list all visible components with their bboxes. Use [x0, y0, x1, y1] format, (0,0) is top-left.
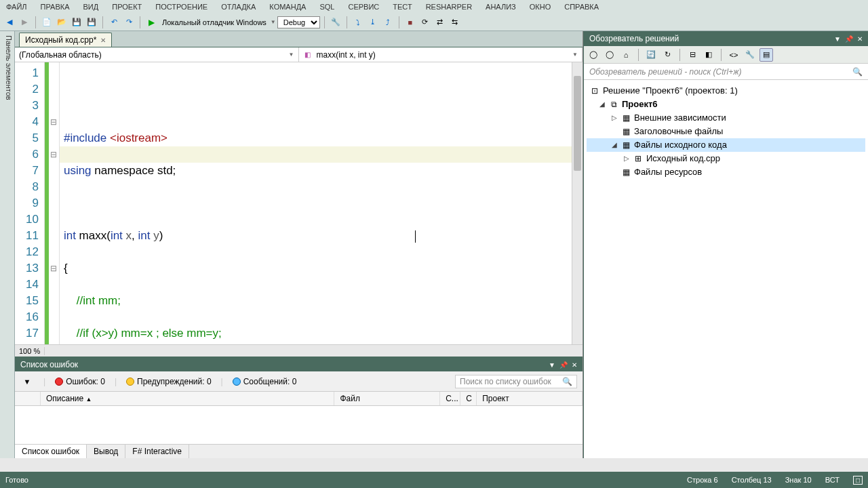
tree-solution-root[interactable]: ⊡ Решение "Проект6" (проектов: 1) — [587, 84, 865, 98]
solution-title: Обозреватель решений — [589, 34, 679, 43]
tree-project[interactable]: ◢ ⧉ Проект6 — [587, 98, 865, 111]
menu-window[interactable]: ОКНО — [528, 2, 553, 12]
code-editor[interactable]: #include <iostream> using namespace std;… — [60, 62, 572, 344]
tree-source-file[interactable]: ▷ ⊞ Исходный код.cpp — [587, 152, 865, 165]
step-over-icon[interactable]: ⤵ — [351, 16, 365, 29]
toolbox-strip[interactable]: Панель элементов — [0, 31, 15, 458]
status-line: Строка 6 — [687, 476, 718, 484]
step-into-icon[interactable]: ⤓ — [366, 16, 380, 29]
menu-file[interactable]: ФАЙЛ — [4, 2, 29, 12]
tree-source-files[interactable]: ◢ ▦ Файлы исходного кода — [587, 138, 865, 152]
tool-icon-1[interactable]: 🔧 — [329, 16, 342, 29]
warnings-filter[interactable]: Предупреждений: 0 — [126, 377, 212, 386]
menu-project[interactable]: ПРОЕКТ — [110, 2, 144, 12]
collapse-icon[interactable]: ⊟ — [686, 48, 699, 62]
code-icon[interactable]: <> — [727, 48, 741, 62]
debugger-label[interactable]: Локальный отладчик Windows — [159, 18, 269, 26]
expand-icon[interactable]: ◢ — [611, 138, 618, 152]
menu-help[interactable]: СПРАВКА — [562, 2, 601, 12]
refresh-icon[interactable]: ↻ — [660, 48, 674, 62]
panel-menu-icon[interactable]: ▼ — [834, 35, 841, 43]
solution-explorer: Обозреватель решений ▼ 📌 ✕ ◯ ◯ ⌂ 🔄 ↻ ⊟ ◧… — [583, 31, 868, 458]
folder-icon: ▦ — [620, 113, 631, 123]
tool-icon-2[interactable]: ⇄ — [433, 16, 447, 29]
error-search[interactable]: Поиск по списку ошибок🔍 — [455, 375, 577, 388]
step-out-icon[interactable]: ⤴ — [381, 16, 395, 29]
status-char: Знак 10 — [785, 476, 812, 484]
messages-filter[interactable]: Сообщений: 0 — [233, 377, 297, 386]
tab-source-file[interactable]: Исходный код.cpp* ✕ — [19, 33, 112, 47]
new-project-icon[interactable]: 📄 — [40, 16, 54, 29]
tree-resource-files[interactable]: ▦ Файлы ресурсов — [587, 165, 865, 179]
col-file[interactable]: Файл — [334, 392, 440, 405]
menu-view[interactable]: ВИД — [81, 2, 101, 12]
scrollbar-thumb[interactable] — [574, 76, 581, 171]
menu-build[interactable]: ПОСТРОЕНИЕ — [153, 2, 210, 12]
panel-close-icon[interactable]: ✕ — [572, 361, 577, 369]
save-icon[interactable]: 💾 — [70, 16, 83, 29]
col-c1[interactable]: С... — [440, 392, 460, 405]
menu-edit[interactable]: ПРАВКА — [39, 2, 72, 12]
save-all-icon[interactable]: 💾 — [85, 16, 98, 29]
home-icon[interactable]: ⌂ — [619, 48, 633, 62]
vertical-scrollbar[interactable] — [572, 62, 583, 344]
status-notify-icon[interactable]: □ — [853, 476, 863, 485]
error-table-body — [15, 406, 583, 444]
tab-output[interactable]: Вывод — [87, 445, 125, 458]
expand-icon[interactable]: ▷ — [623, 152, 630, 165]
project-icon: ⧉ — [608, 99, 619, 110]
menu-debug[interactable]: ОТЛАДКА — [219, 2, 258, 12]
config-combo[interactable]: Debug — [277, 16, 320, 28]
properties-icon[interactable]: 🔧 — [743, 48, 757, 62]
status-bar: Готово Строка 6 Столбец 13 Знак 10 ВСТ □ — [0, 472, 868, 488]
tab-fsharp[interactable]: F# Interactive — [125, 445, 189, 458]
error-table-header: Описание ▲ Файл С... С Проект — [15, 392, 583, 406]
col-c2[interactable]: С — [460, 392, 477, 405]
back-icon[interactable]: ◯ — [587, 48, 600, 62]
restart-icon[interactable]: ⟳ — [418, 16, 432, 29]
filter-icon[interactable]: ▼ — [20, 375, 34, 388]
tool-icon-3[interactable]: ⇆ — [448, 16, 462, 29]
stop-icon[interactable]: ■ — [403, 16, 417, 29]
col-project[interactable]: Проект — [477, 392, 583, 405]
tree-external-deps[interactable]: ▷ ▦ Внешние зависимости — [587, 111, 865, 125]
menu-tools[interactable]: СЕРВИС — [346, 2, 381, 12]
member-dropdown[interactable]: ◧ maxx(int x, int y)▼ — [299, 47, 583, 62]
menu-sql[interactable]: SQL — [317, 2, 336, 12]
menu-team[interactable]: КОМАНДА — [267, 2, 308, 12]
solution-tree: ⊡ Решение "Проект6" (проектов: 1) ◢ ⧉ Пр… — [584, 80, 868, 458]
open-icon[interactable]: 📂 — [55, 16, 68, 29]
error-panel-title: Список ошибок — [20, 360, 78, 369]
solution-search[interactable]: Обозреватель решений - поиск (Ctrl+ж)🔍 — [584, 64, 868, 80]
folder-icon: ▦ — [620, 167, 631, 178]
expand-icon[interactable]: ◢ — [599, 98, 606, 111]
forward-icon[interactable]: ◯ — [603, 48, 616, 62]
tree-header-files[interactable]: ▦ Заголовочные файлы — [587, 125, 865, 138]
show-all-icon[interactable]: ◧ — [702, 48, 715, 62]
scope-dropdown[interactable]: (Глобальная область)▼ — [15, 47, 299, 62]
preview-icon[interactable]: ▤ — [760, 48, 773, 62]
zoom-level[interactable]: 100 % — [15, 347, 45, 355]
sync-icon[interactable]: 🔄 — [644, 48, 658, 62]
nav-back-icon[interactable]: ◀ — [3, 16, 16, 29]
start-debug-icon[interactable]: ▶ — [144, 16, 158, 29]
menu-resharper[interactable]: RESHARPER — [424, 2, 474, 12]
expand-icon[interactable]: ▷ — [611, 111, 618, 125]
undo-icon[interactable]: ↶ — [107, 16, 121, 29]
col-description[interactable]: Описание ▲ — [41, 392, 334, 405]
redo-icon[interactable]: ↷ — [122, 16, 136, 29]
fold-column[interactable]: ⊟ ⊟ ⊟ — [49, 62, 60, 344]
menu-analyze[interactable]: АНАЛИЗ — [484, 2, 518, 12]
folder-icon: ▦ — [620, 140, 631, 150]
panel-pin-icon[interactable]: 📌 — [845, 35, 853, 43]
errors-filter[interactable]: Ошибок: 0 — [55, 377, 105, 386]
tab-error-list[interactable]: Список ошибок — [15, 445, 87, 458]
panel-close-icon[interactable]: ✕ — [857, 35, 863, 43]
status-ready: Готово — [5, 476, 28, 484]
close-icon[interactable]: ✕ — [100, 37, 106, 44]
menu-test[interactable]: ТЕСТ — [391, 2, 414, 12]
panel-pin-icon[interactable]: 📌 — [559, 361, 568, 369]
status-insert: ВСТ — [825, 476, 840, 484]
nav-fwd-icon[interactable]: ▶ — [18, 16, 31, 29]
panel-menu-icon[interactable]: ▼ — [549, 361, 555, 369]
